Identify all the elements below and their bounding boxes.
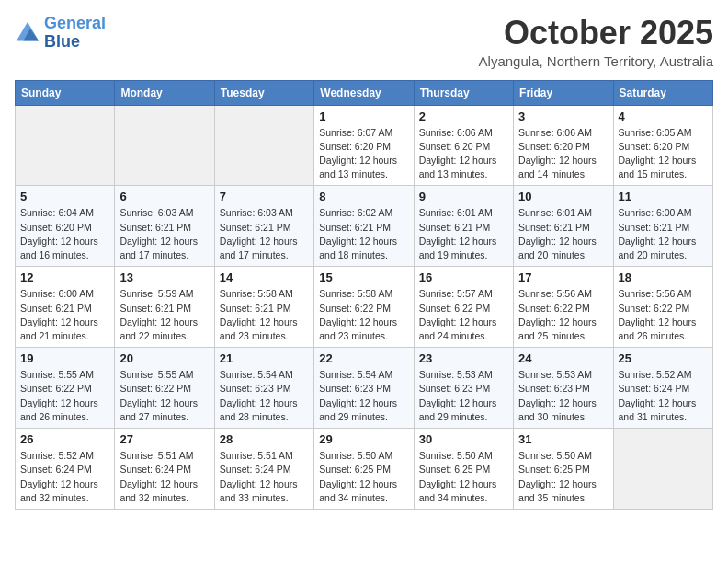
day-cell: 27Sunrise: 5:51 AM Sunset: 6:24 PM Dayli… xyxy=(115,429,214,510)
week-row-2: 12Sunrise: 6:00 AM Sunset: 6:21 PM Dayli… xyxy=(16,267,713,348)
day-number: 18 xyxy=(619,270,708,284)
day-info: Sunrise: 5:54 AM Sunset: 6:23 PM Dayligh… xyxy=(220,368,309,424)
day-info: Sunrise: 5:51 AM Sunset: 6:24 PM Dayligh… xyxy=(119,449,209,505)
day-info: Sunrise: 5:53 AM Sunset: 6:23 PM Dayligh… xyxy=(518,368,608,424)
day-cell xyxy=(115,105,214,186)
day-number: 7 xyxy=(220,190,309,203)
day-cell: 6Sunrise: 6:03 AM Sunset: 6:21 PM Daylig… xyxy=(115,186,214,267)
day-info: Sunrise: 5:50 AM Sunset: 6:25 PM Dayligh… xyxy=(518,449,608,505)
day-cell: 23Sunrise: 5:53 AM Sunset: 6:23 PM Dayli… xyxy=(414,348,513,429)
day-cell: 7Sunrise: 6:03 AM Sunset: 6:21 PM Daylig… xyxy=(214,186,313,267)
day-number: 14 xyxy=(220,270,309,284)
day-info: Sunrise: 6:03 AM Sunset: 6:21 PM Dayligh… xyxy=(220,206,309,262)
logo: General Blue xyxy=(15,15,106,52)
month-title: October 2025 xyxy=(479,15,713,52)
day-info: Sunrise: 6:07 AM Sunset: 6:20 PM Dayligh… xyxy=(319,126,408,182)
day-cell: 26Sunrise: 5:52 AM Sunset: 6:24 PM Dayli… xyxy=(16,429,115,510)
day-cell: 19Sunrise: 5:55 AM Sunset: 6:22 PM Dayli… xyxy=(16,348,115,429)
day-cell: 25Sunrise: 5:52 AM Sunset: 6:24 PM Dayli… xyxy=(613,348,712,429)
day-info: Sunrise: 5:53 AM Sunset: 6:23 PM Dayligh… xyxy=(419,368,508,424)
day-cell: 3Sunrise: 6:06 AM Sunset: 6:20 PM Daylig… xyxy=(514,105,613,186)
header-tuesday: Tuesday xyxy=(214,80,313,105)
day-cell: 11Sunrise: 6:00 AM Sunset: 6:21 PM Dayli… xyxy=(613,186,712,267)
day-number: 29 xyxy=(319,432,408,446)
header-wednesday: Wednesday xyxy=(314,80,414,105)
day-info: Sunrise: 5:59 AM Sunset: 6:21 PM Dayligh… xyxy=(119,287,209,343)
day-info: Sunrise: 5:50 AM Sunset: 6:25 PM Dayligh… xyxy=(419,449,508,505)
day-number: 28 xyxy=(220,432,309,446)
day-info: Sunrise: 6:05 AM Sunset: 6:20 PM Dayligh… xyxy=(619,126,708,182)
day-number: 15 xyxy=(319,270,408,284)
day-number: 10 xyxy=(518,190,608,203)
day-info: Sunrise: 5:58 AM Sunset: 6:21 PM Dayligh… xyxy=(220,287,309,343)
day-cell: 5Sunrise: 6:04 AM Sunset: 6:20 PM Daylig… xyxy=(16,186,115,267)
day-cell: 31Sunrise: 5:50 AM Sunset: 6:25 PM Dayli… xyxy=(514,429,613,510)
day-cell: 10Sunrise: 6:01 AM Sunset: 6:21 PM Dayli… xyxy=(514,186,613,267)
day-number: 9 xyxy=(419,190,508,203)
day-cell: 29Sunrise: 5:50 AM Sunset: 6:25 PM Dayli… xyxy=(314,429,414,510)
day-cell: 13Sunrise: 5:59 AM Sunset: 6:21 PM Dayli… xyxy=(115,267,214,348)
page-header: General Blue October 2025 Alyangula, Nor… xyxy=(15,15,713,69)
day-number: 3 xyxy=(518,109,608,123)
day-info: Sunrise: 5:57 AM Sunset: 6:22 PM Dayligh… xyxy=(419,287,508,343)
day-cell: 15Sunrise: 5:58 AM Sunset: 6:22 PM Dayli… xyxy=(314,267,414,348)
day-cell: 14Sunrise: 5:58 AM Sunset: 6:21 PM Dayli… xyxy=(214,267,313,348)
day-number: 26 xyxy=(20,432,109,446)
day-number: 5 xyxy=(20,190,109,203)
day-number: 16 xyxy=(419,270,508,284)
day-info: Sunrise: 6:03 AM Sunset: 6:21 PM Dayligh… xyxy=(119,206,209,262)
day-info: Sunrise: 5:52 AM Sunset: 6:24 PM Dayligh… xyxy=(619,368,708,424)
day-number: 25 xyxy=(619,351,708,365)
day-cell: 28Sunrise: 5:51 AM Sunset: 6:24 PM Dayli… xyxy=(214,429,313,510)
day-info: Sunrise: 6:02 AM Sunset: 6:21 PM Dayligh… xyxy=(319,206,408,262)
day-cell: 17Sunrise: 5:56 AM Sunset: 6:22 PM Dayli… xyxy=(514,267,613,348)
day-cell: 24Sunrise: 5:53 AM Sunset: 6:23 PM Dayli… xyxy=(514,348,613,429)
days-header-row: Sunday Monday Tuesday Wednesday Thursday… xyxy=(16,80,713,105)
day-number: 21 xyxy=(220,351,309,365)
day-cell: 18Sunrise: 5:56 AM Sunset: 6:22 PM Dayli… xyxy=(613,267,712,348)
day-info: Sunrise: 6:06 AM Sunset: 6:20 PM Dayligh… xyxy=(419,126,508,182)
day-cell: 12Sunrise: 6:00 AM Sunset: 6:21 PM Dayli… xyxy=(16,267,115,348)
title-area: October 2025 Alyangula, Northern Territo… xyxy=(479,15,713,69)
day-number: 6 xyxy=(119,190,209,203)
day-cell xyxy=(16,105,115,186)
day-info: Sunrise: 5:54 AM Sunset: 6:23 PM Dayligh… xyxy=(319,368,408,424)
day-info: Sunrise: 6:06 AM Sunset: 6:20 PM Dayligh… xyxy=(518,126,608,182)
header-friday: Friday xyxy=(514,80,613,105)
day-cell: 4Sunrise: 6:05 AM Sunset: 6:20 PM Daylig… xyxy=(613,105,712,186)
day-number: 19 xyxy=(20,351,109,365)
day-cell: 1Sunrise: 6:07 AM Sunset: 6:20 PM Daylig… xyxy=(314,105,414,186)
day-cell: 8Sunrise: 6:02 AM Sunset: 6:21 PM Daylig… xyxy=(314,186,414,267)
day-number: 13 xyxy=(119,270,209,284)
day-cell: 20Sunrise: 5:55 AM Sunset: 6:22 PM Dayli… xyxy=(115,348,214,429)
header-saturday: Saturday xyxy=(613,80,712,105)
header-sunday: Sunday xyxy=(16,80,115,105)
day-number: 20 xyxy=(119,351,209,365)
day-info: Sunrise: 6:04 AM Sunset: 6:20 PM Dayligh… xyxy=(20,206,109,262)
day-info: Sunrise: 5:55 AM Sunset: 6:22 PM Dayligh… xyxy=(20,368,109,424)
calendar-table: Sunday Monday Tuesday Wednesday Thursday… xyxy=(15,80,713,510)
day-number: 8 xyxy=(319,190,408,203)
day-info: Sunrise: 5:52 AM Sunset: 6:24 PM Dayligh… xyxy=(20,449,109,505)
day-cell xyxy=(214,105,313,186)
logo-text: General Blue xyxy=(44,15,106,52)
week-row-3: 19Sunrise: 5:55 AM Sunset: 6:22 PM Dayli… xyxy=(16,348,713,429)
subtitle: Alyangula, Northern Territory, Australia xyxy=(479,53,713,69)
week-row-0: 1Sunrise: 6:07 AM Sunset: 6:20 PM Daylig… xyxy=(16,105,713,186)
day-number: 11 xyxy=(619,190,708,203)
day-info: Sunrise: 5:56 AM Sunset: 6:22 PM Dayligh… xyxy=(619,287,708,343)
day-number: 4 xyxy=(619,109,708,123)
day-info: Sunrise: 5:51 AM Sunset: 6:24 PM Dayligh… xyxy=(220,449,309,505)
week-row-1: 5Sunrise: 6:04 AM Sunset: 6:20 PM Daylig… xyxy=(16,186,713,267)
day-number: 23 xyxy=(419,351,508,365)
day-info: Sunrise: 5:55 AM Sunset: 6:22 PM Dayligh… xyxy=(119,368,209,424)
day-cell: 2Sunrise: 6:06 AM Sunset: 6:20 PM Daylig… xyxy=(414,105,513,186)
day-cell: 30Sunrise: 5:50 AM Sunset: 6:25 PM Dayli… xyxy=(414,429,513,510)
day-info: Sunrise: 6:00 AM Sunset: 6:21 PM Dayligh… xyxy=(619,206,708,262)
day-number: 22 xyxy=(319,351,408,365)
day-cell: 9Sunrise: 6:01 AM Sunset: 6:21 PM Daylig… xyxy=(414,186,513,267)
day-number: 1 xyxy=(319,109,408,123)
day-number: 17 xyxy=(518,270,608,284)
week-row-4: 26Sunrise: 5:52 AM Sunset: 6:24 PM Dayli… xyxy=(16,429,713,510)
header-monday: Monday xyxy=(115,80,214,105)
